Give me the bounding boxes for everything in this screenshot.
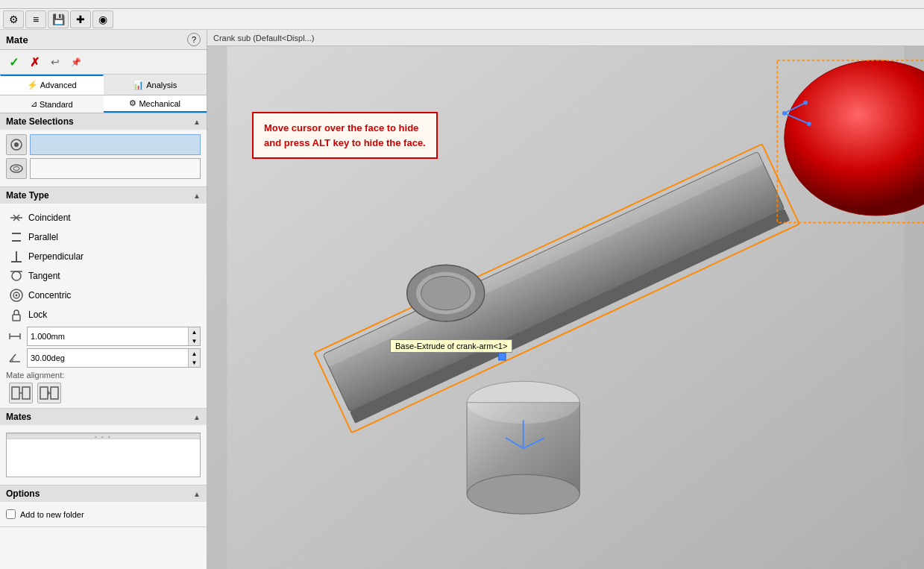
mates-body: • • • [0,425,207,485]
panel-title: Mate [6,34,28,45]
tab-advanced[interactable]: ⚡ Advanced [0,75,104,95]
mate-selections-section: Mate Selections ▲ [0,113,207,187]
svg-point-3 [13,167,19,171]
svg-point-2 [10,165,22,172]
distance-input[interactable]: 1.000mm [28,330,188,342]
svg-rect-24 [51,387,58,399]
standard-icon: ⊿ [31,99,37,109]
mates-header[interactable]: Mates ▲ [0,409,207,425]
options-body: Add to new folder [0,502,207,526]
svg-point-40 [467,381,579,424]
alignment-btn-1[interactable] [9,383,33,403]
left-panel: Mate ? ✓ ✗ ↩ 📌 ⚡ Advanced 📊 Analysis ⊿ [0,30,207,569]
distance-spin-up[interactable]: ▲ [188,327,200,336]
options-header[interactable]: Options ▲ [0,485,207,502]
viewport: Crank sub (Default<Displ...) [207,30,924,569]
selection-icon-2[interactable] [6,158,27,179]
mate-type-coincident[interactable]: Coincident [6,208,201,227]
confirm-button[interactable]: ✓ [4,53,22,71]
collapse-arrow-mate-type: ▲ [193,192,201,200]
mate-type-parallel[interactable]: Parallel [6,227,201,247]
alignment-label: Mate alignment: [6,371,64,380]
distance-input-wrap: 1.000mm ▲ ▼ [27,327,201,346]
toolbar-btn-circle[interactable]: ◉ [92,10,113,28]
mate-type-header[interactable]: Mate Type ▲ [0,187,207,204]
mate-type-perpendicular[interactable]: Perpendicular [6,247,201,266]
mate-type-tangent[interactable]: Tangent [6,266,201,286]
concentric-icon [9,288,24,303]
mates-list-divider[interactable]: • • • [7,433,200,439]
angle-spin-up[interactable]: ▲ [188,349,200,358]
collapse-arrow-mates: ▲ [193,413,201,421]
mate-selections-title: Mate Selections [6,116,74,127]
tab-analysis-label: Analysis [146,81,177,89]
lock-icon [9,307,24,322]
svg-line-19 [10,354,16,362]
parallel-icon [9,230,24,245]
selection-row-2 [6,158,201,179]
svg-point-13 [16,295,18,297]
mate-selections-body [0,130,207,186]
undo-button[interactable]: ↩ [46,53,64,71]
advanced-icon: ⚡ [27,80,38,90]
tab-analysis[interactable]: 📊 Analysis [104,75,207,95]
angle-input[interactable]: 30.00deg [28,352,188,364]
perpendicular-icon [9,249,24,264]
svg-point-39 [467,474,579,514]
angle-spinner: ▲ ▼ [188,349,200,367]
mate-type-concentric[interactable]: Concentric [6,286,201,305]
tangent-label: Tangent [28,271,60,281]
mates-title: Mates [6,412,31,422]
info-line-2: and press ALT key to hide the face. [264,136,426,151]
tab-advanced-label: Advanced [40,81,77,89]
info-message-box: Move cursor over the face to hide and pr… [252,112,438,159]
selection-icon-1[interactable] [6,134,27,155]
toolbar-btn-gear[interactable]: ⚙ [3,10,24,28]
angle-spin-down[interactable]: ▼ [188,358,200,367]
angle-icon [6,349,24,367]
toolbar-btn-save[interactable]: 💾 [48,10,69,28]
action-bar: ✓ ✗ ↩ 📌 [0,50,207,75]
sub-tab-mechanical-label: Mechanical [139,99,180,108]
toolbar-btn-plus[interactable]: ✚ [70,10,91,28]
svg-rect-23 [40,387,48,399]
mate-type-body: Coincident Parallel Perpendicular [0,204,207,408]
mate-type-title: Mate Type [6,190,49,201]
distance-spin-down[interactable]: ▼ [188,336,200,345]
add-to-folder-checkbox[interactable] [6,509,16,519]
add-to-folder-option: Add to new folder [6,506,201,522]
cancel-button[interactable]: ✗ [25,53,43,71]
coincident-icon [9,210,24,225]
collapse-arrow-options: ▲ [193,490,201,498]
mate-selections-header[interactable]: Mate Selections ▲ [0,113,207,130]
alignment-btn-2[interactable] [37,383,61,403]
selection-input-1[interactable] [30,134,201,155]
coincident-label: Coincident [28,213,71,223]
svg-rect-44 [499,353,506,360]
sub-tab-standard-label: Standard [40,100,73,109]
svg-rect-21 [22,387,30,399]
add-to-folder-label: Add to new folder [20,510,84,519]
collapse-arrow-mate-sel: ▲ [193,118,201,126]
selection-row-1 [6,134,201,155]
divider-dots: • • • [95,433,112,440]
sub-tabs-row: ⊿ Standard ⚙ Mechanical [0,95,207,113]
sub-tab-mechanical[interactable]: ⚙ Mechanical [104,95,207,113]
toolbar-row: ⚙ ≡ 💾 ✚ ◉ [0,9,924,30]
svg-rect-14 [13,315,20,321]
mechanical-icon: ⚙ [129,98,136,108]
svg-point-49 [807,122,811,126]
pin-button[interactable]: 📌 [67,53,85,71]
viewport-titlebar: Crank sub (Default<Displ...) [207,30,924,46]
toolbar-btn-list[interactable]: ≡ [25,10,46,28]
top-slim-bar [0,0,924,9]
panel-help-button[interactable]: ? [187,33,201,46]
sub-tab-standard[interactable]: ⊿ Standard [0,95,104,113]
mate-type-lock[interactable]: Lock [6,305,201,324]
panel-header: Mate ? [0,30,207,50]
svg-point-47 [782,111,787,116]
tabs-row: ⚡ Advanced 📊 Analysis [0,75,207,95]
parallel-label: Parallel [28,232,58,242]
perpendicular-label: Perpendicular [28,251,84,262]
concentric-label: Concentric [28,290,71,301]
